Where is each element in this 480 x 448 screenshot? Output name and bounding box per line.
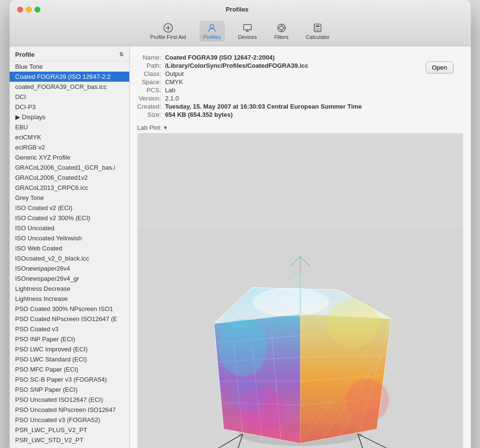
list-item[interactable]: ISO Web Coated xyxy=(10,243,129,253)
svg-rect-14 xyxy=(316,25,320,27)
list-item[interactable]: ISOcoated_v2_0_black.icc xyxy=(10,253,129,263)
detail-pane: Name: Coated FOGRA39 (ISO 12647-2:2004) … xyxy=(130,46,471,448)
list-item[interactable]: Lightness Decrease xyxy=(10,284,129,294)
size-label: Size: xyxy=(137,111,161,118)
created-value: Tuesday, 15. May 2007 at 16:30:03 Centra… xyxy=(165,103,463,110)
list-item[interactable]: eciRGB v2 xyxy=(10,142,129,152)
lab-plot-arrow[interactable]: ▾ xyxy=(164,124,167,131)
lab-plot-area xyxy=(137,133,463,448)
toolbar: Profile First Aid Profiles xyxy=(147,17,333,46)
info-section: Name: Coated FOGRA39 (ISO 12647-2:2004) … xyxy=(137,54,463,124)
class-value: Output xyxy=(165,70,463,77)
list-item[interactable]: PSO LWC Improved (ECI) xyxy=(10,344,129,354)
created-label: Created: xyxy=(137,103,161,110)
lab-plot-label: Lab Plot: xyxy=(137,124,162,131)
path-label: Path: xyxy=(137,62,161,69)
calculator-icon xyxy=(312,23,323,33)
sidebar-header-label: Profile xyxy=(15,51,35,58)
class-label: Class: xyxy=(137,70,161,77)
list-item[interactable]: PSO Uncoated ISO12647 (ECI) xyxy=(10,395,129,405)
svg-point-3 xyxy=(210,25,214,28)
name-label: Name: xyxy=(137,54,161,61)
list-item[interactable]: ISO Uncoated Yellowish xyxy=(10,233,129,243)
list-item[interactable]: eciCMYK xyxy=(10,132,129,142)
list-item[interactable]: ▶ Displays xyxy=(10,112,129,122)
list-item[interactable]: ISOnewspaper26v4 xyxy=(10,263,129,274)
titlebar: Profiles Profile First Aid xyxy=(10,0,471,46)
list-item[interactable]: PSO Coated NPscreen ISO12647 (E xyxy=(10,314,129,324)
toolbar-label-devices: Devices xyxy=(238,34,257,40)
list-item[interactable]: GRACoL2006_Coated1_GCR_bas.i xyxy=(10,162,129,173)
toolbar-item-devices[interactable]: Devices xyxy=(234,21,261,42)
list-item[interactable]: ISO Coated v2 300% (ECI) xyxy=(10,213,129,223)
version-label: Version: xyxy=(137,95,161,102)
list-item[interactable]: Coated FOGRA39 (ISO 12647-2:2 xyxy=(10,72,129,82)
space-label: Space: xyxy=(137,78,161,86)
list-item[interactable]: PSO Coated 300% NPscreen ISO1 xyxy=(10,304,129,314)
svg-point-19 xyxy=(317,30,318,31)
main-window: Profiles Profile First Aid xyxy=(10,0,471,448)
list-item[interactable]: coated_FOGRA39_GCR_bas.icc xyxy=(10,82,129,92)
list-item[interactable]: DCI xyxy=(10,92,129,102)
svg-point-20 xyxy=(319,30,320,31)
list-item[interactable]: PSO INP Paper (ECI) xyxy=(10,334,129,344)
profile-first-aid-icon xyxy=(163,23,173,33)
gamut-svg xyxy=(137,133,463,448)
list-item[interactable]: ISO Coated v2 (ECI) xyxy=(10,203,129,213)
lab-plot-header: Lab Plot: ▾ xyxy=(137,124,463,131)
svg-point-70 xyxy=(252,287,329,316)
list-item[interactable]: Grey Tone xyxy=(10,193,129,203)
toolbar-item-filters[interactable]: Filters xyxy=(271,21,293,42)
list-item[interactable]: PSR_LWC_STD_V2_PT xyxy=(10,435,129,445)
profile-list: Blue Tone Coated FOGRA39 (ISO 12647-2:2 … xyxy=(10,62,129,448)
list-item[interactable]: PSR_LWC_PLUS_V2_PT xyxy=(10,425,129,435)
toolbar-label-calculator: Calculator xyxy=(306,34,330,40)
list-item[interactable]: ISOnewspaper26v4_gr xyxy=(10,274,129,284)
list-item[interactable]: PSO Uncoated NPscreen ISO12647 xyxy=(10,405,129,415)
toolbar-item-profile-first-aid[interactable]: Profile First Aid xyxy=(147,21,190,42)
name-value: Coated FOGRA39 (ISO 12647-2:2004) xyxy=(165,54,463,61)
list-item[interactable]: Generic XYZ Profile xyxy=(10,152,129,162)
space-value: CMYK xyxy=(165,78,463,86)
list-item[interactable]: PSO SC-B Paper v3 (FOGRA54) xyxy=(10,374,129,385)
svg-point-8 xyxy=(280,26,283,30)
open-button[interactable]: Open xyxy=(426,62,454,74)
list-item[interactable]: GRACoL2006_Coated1v2 xyxy=(10,173,129,183)
list-item[interactable]: PSO LWC Standard (ECI) xyxy=(10,354,129,364)
size-value: 654 KB (654.352 bytes) xyxy=(165,111,463,118)
list-item[interactable]: ISO Uncoated xyxy=(10,223,129,233)
toolbar-item-profiles[interactable]: Profiles xyxy=(199,21,225,42)
path-value: /Library/ColorSync/Profiles/CoatedFOGRA3… xyxy=(165,62,463,69)
sidebar: Profile ⇅ Blue Tone Coated FOGRA39 (ISO … xyxy=(10,46,130,448)
svg-rect-4 xyxy=(244,25,251,30)
list-item[interactable]: Blue Tone xyxy=(10,62,129,72)
pcs-value: Lab xyxy=(165,87,463,94)
list-item[interactable]: GRACoL2013_CRPC6.icc xyxy=(10,183,129,193)
sort-icon[interactable]: ⇅ xyxy=(119,51,123,58)
sidebar-header: Profile ⇅ xyxy=(10,48,129,62)
pcs-label: PCS: xyxy=(137,87,161,94)
list-item[interactable]: PSO Uncoated v3 (FOGRA52) xyxy=(10,415,129,425)
window-title: Profiles xyxy=(12,6,463,13)
svg-point-16 xyxy=(317,28,318,29)
lab-plot-section: Lab Plot: ▾ xyxy=(137,124,463,448)
main-content: Profile ⇅ Blue Tone Coated FOGRA39 (ISO … xyxy=(10,46,471,448)
toolbar-label-profile-first-aid: Profile First Aid xyxy=(150,34,186,40)
svg-point-18 xyxy=(316,30,317,31)
svg-point-67 xyxy=(326,299,379,348)
toolbar-label-filters: Filters xyxy=(274,34,289,40)
profiles-icon xyxy=(207,23,217,33)
list-item[interactable]: EBU xyxy=(10,122,129,132)
list-item[interactable]: Lightness Increase xyxy=(10,294,129,304)
filters-icon xyxy=(276,23,287,33)
list-item[interactable]: PSO SNP Paper (ECI) xyxy=(10,385,129,395)
svg-point-65 xyxy=(219,319,267,376)
toolbar-label-profiles: Profiles xyxy=(203,34,221,40)
toolbar-item-calculator[interactable]: Calculator xyxy=(302,21,334,42)
list-item[interactable]: PSO MFC Paper (ECI) xyxy=(10,364,129,374)
titlebar-top: Profiles xyxy=(17,6,463,13)
list-item[interactable]: PSR_SC_PLUS_V2_PT xyxy=(10,445,129,448)
list-item[interactable]: DCI-P3 xyxy=(10,102,129,112)
list-item[interactable]: PSO Coated v3 xyxy=(10,324,129,334)
devices-icon xyxy=(242,23,253,33)
